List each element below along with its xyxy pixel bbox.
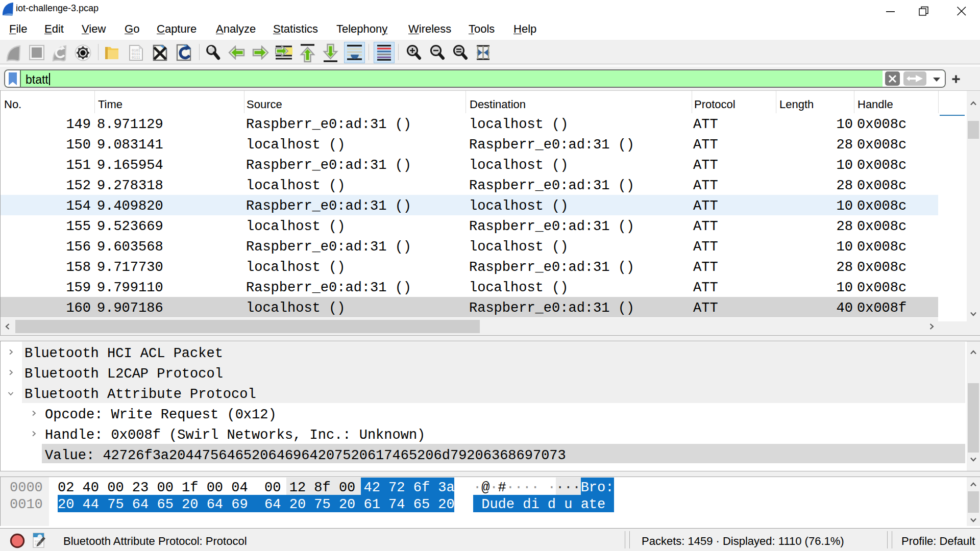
svg-text:0111: 0111 [132, 56, 140, 60]
svg-text:0110: 0110 [35, 543, 41, 546]
